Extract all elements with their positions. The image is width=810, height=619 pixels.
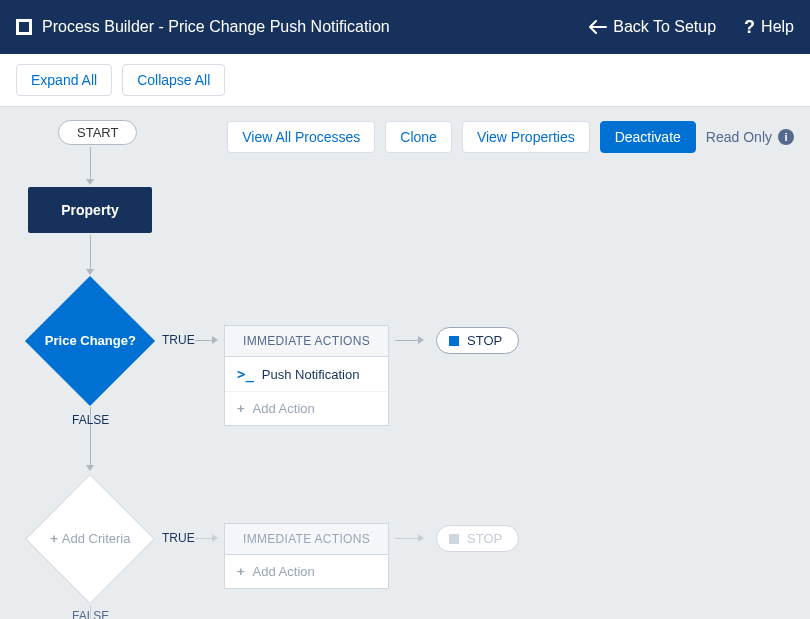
false-label: FALSE xyxy=(72,413,109,427)
action-label: Push Notification xyxy=(262,367,360,382)
start-node: START xyxy=(58,120,137,145)
action-icon: >_ xyxy=(237,366,254,382)
stop-icon xyxy=(449,336,459,346)
expand-all-button[interactable]: Expand All xyxy=(16,64,112,96)
arrow-down-icon xyxy=(86,269,94,275)
help-link[interactable]: ? Help xyxy=(744,17,794,38)
panel-header: IMMEDIATE ACTIONS xyxy=(225,326,388,357)
add-criteria-node[interactable]: + Add Criteria xyxy=(25,474,155,604)
question-icon: ? xyxy=(744,17,755,38)
clone-button[interactable]: Clone xyxy=(385,121,452,153)
app-header: Process Builder - Price Change Push Noti… xyxy=(0,0,810,54)
app-icon xyxy=(16,19,32,35)
arrow-down-icon xyxy=(86,465,94,471)
help-label: Help xyxy=(761,18,794,36)
arrow-down-icon xyxy=(86,179,94,185)
criteria-label: Price Change? xyxy=(25,333,155,348)
arrow-right-icon xyxy=(418,534,424,542)
connector xyxy=(90,147,91,181)
connector xyxy=(195,340,213,341)
add-action-label: Add Action xyxy=(253,564,315,579)
connector xyxy=(195,538,213,539)
panel-header: IMMEDIATE ACTIONS xyxy=(225,524,388,555)
back-to-setup-link[interactable]: Back To Setup xyxy=(589,18,716,36)
stop-node[interactable]: STOP xyxy=(436,327,519,354)
readonly-label: Read Only xyxy=(706,129,772,145)
trigger-object-node[interactable]: Property xyxy=(28,187,152,233)
stop-label: STOP xyxy=(467,333,502,348)
collapse-all-button[interactable]: Collapse All xyxy=(122,64,225,96)
stop-icon xyxy=(449,534,459,544)
stop-label: STOP xyxy=(467,531,502,546)
plus-icon: + xyxy=(237,564,245,579)
arrow-left-icon xyxy=(589,20,607,34)
add-action-button[interactable]: + Add Action xyxy=(225,555,388,588)
add-criteria-text: Add Criteria xyxy=(62,531,131,546)
stop-node-ghost: STOP xyxy=(436,525,519,552)
add-action-label: Add Action xyxy=(253,401,315,416)
back-label: Back To Setup xyxy=(613,18,716,36)
criteria-node-price-change[interactable]: Price Change? xyxy=(25,276,155,406)
plus-icon: + xyxy=(237,401,245,416)
deactivate-button[interactable]: Deactivate xyxy=(600,121,696,153)
arrow-right-icon xyxy=(212,534,218,542)
trigger-object-label: Property xyxy=(61,202,119,218)
arrow-right-icon xyxy=(212,336,218,344)
connector xyxy=(395,538,419,539)
process-canvas: View All Processes Clone View Properties… xyxy=(0,107,810,619)
add-criteria-label: + Add Criteria xyxy=(25,531,155,546)
immediate-actions-panel-ghost: IMMEDIATE ACTIONS + Add Action xyxy=(224,523,389,589)
true-label: TRUE xyxy=(162,333,195,347)
connector xyxy=(90,235,91,271)
info-icon[interactable]: i xyxy=(778,129,794,145)
plus-icon: + xyxy=(50,531,58,546)
arrow-right-icon xyxy=(418,336,424,344)
view-properties-button[interactable]: View Properties xyxy=(462,121,590,153)
page-title: Process Builder - Price Change Push Noti… xyxy=(42,18,561,36)
readonly-indicator: Read Only i xyxy=(706,129,794,145)
view-all-processes-button[interactable]: View All Processes xyxy=(227,121,375,153)
toolbar: Expand All Collapse All xyxy=(0,54,810,107)
false-label: FALSE xyxy=(72,609,109,619)
connector xyxy=(395,340,419,341)
true-label: TRUE xyxy=(162,531,195,545)
action-item-push-notification[interactable]: >_ Push Notification xyxy=(225,357,388,392)
immediate-actions-panel: IMMEDIATE ACTIONS >_ Push Notification +… xyxy=(224,325,389,426)
add-action-button[interactable]: + Add Action xyxy=(225,392,388,425)
